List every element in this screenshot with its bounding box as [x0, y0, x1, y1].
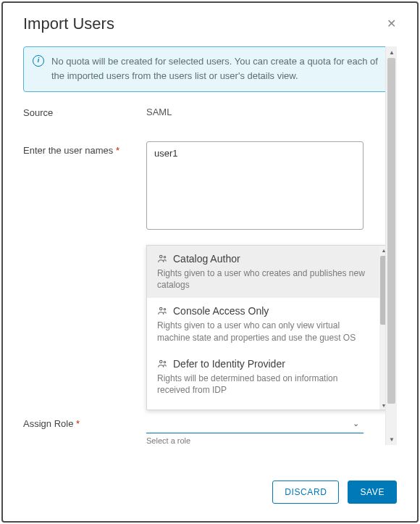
svg-point-5 [164, 361, 165, 362]
role-option-desc: Rights given to a user who creates and p… [157, 267, 369, 291]
svg-point-0 [160, 255, 163, 258]
role-row: Assign Role * ⌄ Select a role [23, 415, 382, 445]
role-option-desc: Rights will be determined based on infor… [157, 373, 369, 396]
modal-header: Import Users ✕ [3, 3, 417, 41]
role-option-title: Defer to Identity Provider [173, 358, 285, 370]
role-select-input[interactable] [146, 415, 364, 433]
source-value: SAML [146, 104, 397, 120]
save-button[interactable]: SAVE [348, 481, 397, 504]
info-icon: i [33, 55, 44, 67]
modal-body: i No quota will be created for selected … [3, 41, 417, 472]
modal-footer: DISCARD SAVE [3, 472, 417, 521]
source-label: Source [23, 104, 146, 120]
scroll-region: i No quota will be created for selected … [23, 46, 397, 459]
role-icon [157, 359, 167, 369]
usernames-label: Enter the user names * [23, 141, 146, 232]
role-option-title: Console Access Only [173, 305, 269, 317]
role-option-title: Catalog Author [173, 253, 240, 265]
role-icon [157, 306, 167, 316]
svg-point-4 [160, 360, 163, 363]
modal-title: Import Users [23, 14, 114, 33]
svg-point-3 [164, 309, 165, 310]
discard-button[interactable]: DISCARD [272, 481, 339, 504]
info-text: No quota will be created for selected us… [51, 56, 378, 81]
role-option-console-access[interactable]: Console Access Only Rights given to a us… [147, 298, 379, 350]
usernames-row: Enter the user names * [23, 141, 397, 232]
role-icon [157, 254, 167, 264]
usernames-input[interactable] [146, 141, 364, 230]
role-option-defer-idp[interactable]: Defer to Identity Provider Rights will b… [147, 351, 379, 403]
close-icon[interactable]: ✕ [385, 18, 397, 30]
role-label: Assign Role * [23, 415, 146, 445]
source-row: Source SAML [23, 104, 397, 120]
svg-point-2 [160, 308, 163, 311]
role-option-desc: Rights given to a user who can only view… [157, 320, 369, 343]
role-helper-text: Select a role [146, 436, 382, 445]
role-option-k8s-author[interactable]: Kubernetes Cluster Author Assign this ro… [147, 403, 379, 409]
body-scrollbar[interactable]: ▲ ▼ [385, 46, 397, 445]
role-dropdown-panel: Catalog Author Rights given to a user wh… [146, 245, 389, 410]
scroll-down-icon[interactable]: ▼ [386, 433, 398, 445]
scrollbar-thumb[interactable] [387, 58, 395, 404]
required-asterisk: * [116, 145, 119, 156]
info-banner: i No quota will be created for selected … [23, 46, 397, 92]
scroll-up-icon[interactable]: ▲ [386, 46, 398, 58]
import-users-modal: Import Users ✕ i No quota will be create… [1, 1, 419, 523]
role-option-catalog-author[interactable]: Catalog Author Rights given to a user wh… [147, 246, 379, 298]
required-asterisk: * [76, 418, 80, 429]
svg-point-1 [164, 257, 165, 258]
